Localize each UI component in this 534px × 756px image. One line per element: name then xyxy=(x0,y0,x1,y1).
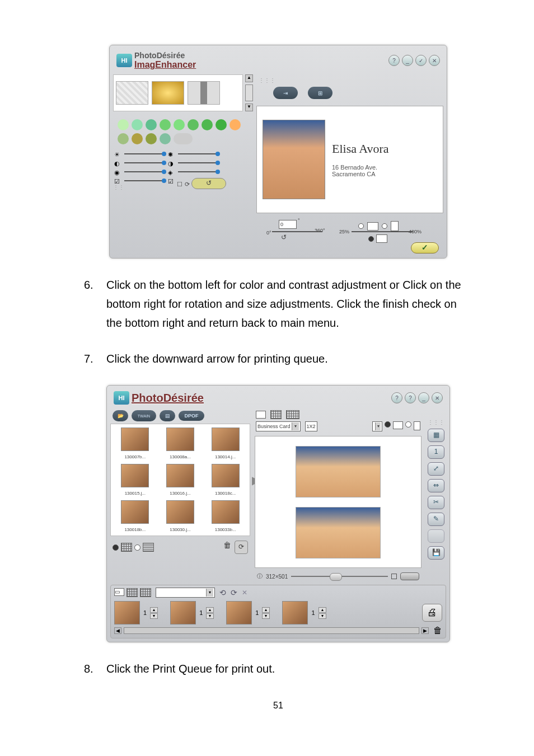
sharp2-slider[interactable] xyxy=(178,171,217,172)
template-thumb[interactable] xyxy=(188,81,220,105)
side-fit-button[interactable]: ⤢ xyxy=(428,462,444,476)
device-button[interactable]: ▤ xyxy=(160,410,175,421)
effect-dot[interactable] xyxy=(160,119,171,130)
print-button[interactable]: 🖨 xyxy=(422,604,442,622)
queue-item[interactable]: 1▴▾ xyxy=(170,601,214,624)
help2-button[interactable]: ? xyxy=(405,392,416,403)
rotate-dial-icon[interactable]: ↺ xyxy=(281,233,287,241)
view-list-radio[interactable] xyxy=(134,544,140,551)
thumbnail-item[interactable]: 130030.j... xyxy=(160,500,202,532)
layout-tab-icon[interactable] xyxy=(256,411,266,419)
zoom-slider[interactable] xyxy=(291,576,388,577)
orientation-landscape-radio[interactable] xyxy=(358,223,364,229)
queue-combo[interactable]: ▾ xyxy=(156,588,215,598)
open-button[interactable]: 📂 xyxy=(113,410,128,421)
effect-dot[interactable] xyxy=(229,119,241,130)
thumbnail-item[interactable]: 130033b... xyxy=(204,500,246,532)
minimize-button[interactable]: _ xyxy=(418,392,429,403)
template-thumb[interactable] xyxy=(116,81,148,105)
queue-scrollbar[interactable] xyxy=(124,627,419,634)
thumbnail-item[interactable]: 130008a... xyxy=(160,428,202,459)
queue-item[interactable]: 1▴▾ xyxy=(282,601,326,624)
effect-dot[interactable] xyxy=(216,119,227,130)
effect-dot[interactable] xyxy=(132,133,143,144)
sat-slider[interactable] xyxy=(124,180,163,181)
thumbnail-item[interactable]: 130014.j... xyxy=(204,428,246,459)
trash-button[interactable]: 🗑 xyxy=(223,541,231,554)
rotation-input[interactable]: 0 xyxy=(279,220,297,229)
undo-button[interactable]: ↺ xyxy=(191,178,226,189)
view-grid-radio[interactable] xyxy=(113,544,119,551)
brightness2-slider[interactable] xyxy=(178,153,217,154)
size-slider[interactable] xyxy=(352,231,413,232)
layout-radio[interactable] xyxy=(385,421,391,428)
help-button[interactable]: ? xyxy=(388,55,400,66)
queue-rotate-right-icon[interactable]: ⟳ xyxy=(231,588,237,597)
copies-stepper[interactable]: ▴▾ xyxy=(262,607,270,619)
thumbnail-item[interactable]: 130007b... xyxy=(114,428,156,459)
tab-single-icon[interactable]: ⇥ xyxy=(273,87,298,99)
effect-dot[interactable] xyxy=(202,119,213,130)
fit-button[interactable] xyxy=(400,572,419,580)
template-thumb[interactable] xyxy=(152,81,184,105)
queue-layout-grid-icon[interactable] xyxy=(127,588,138,597)
preview-slot[interactable] xyxy=(296,507,381,558)
preview-slot[interactable] xyxy=(296,446,381,497)
effect-dot[interactable] xyxy=(160,133,171,144)
brightness-slider[interactable] xyxy=(124,153,163,154)
combo-arrow-icon[interactable]: ▾ xyxy=(292,422,299,430)
thumbnail-item[interactable]: 130016.j... xyxy=(160,464,202,496)
side-fitw-button[interactable]: ⇔ xyxy=(428,479,444,492)
rotate-button[interactable]: ⟳ xyxy=(235,541,248,554)
thumbnail-item[interactable]: 130018b... xyxy=(114,500,156,532)
close-button[interactable]: ✕ xyxy=(429,55,440,66)
queue-rotate-left-icon[interactable]: ⟲ xyxy=(219,588,226,597)
thumbnail-item[interactable]: 130018c... xyxy=(204,464,246,496)
rotation-slider[interactable] xyxy=(272,231,322,232)
effect-dot[interactable] xyxy=(118,119,129,130)
side-edit-button[interactable]: ✎ xyxy=(428,513,444,526)
confirm-button[interactable]: ✓ xyxy=(415,55,427,66)
dpof-button[interactable]: DPOF xyxy=(179,411,204,421)
info-icon[interactable]: ⓘ xyxy=(257,572,263,580)
queue-layout-grid2-icon[interactable] xyxy=(140,588,151,597)
effect-dot[interactable] xyxy=(188,119,199,130)
layout-tab-icon[interactable] xyxy=(286,410,299,419)
copies-stepper[interactable]: ▴▾ xyxy=(150,607,158,619)
zoom-knob[interactable] xyxy=(330,573,342,581)
layout-tab-icon[interactable] xyxy=(270,410,282,419)
minimize-button[interactable]: _ xyxy=(402,55,413,66)
checkbox[interactable] xyxy=(391,574,397,579)
finish-button[interactable]: ✓ xyxy=(411,242,439,253)
queue-flip-icon[interactable]: ✕ xyxy=(242,589,247,597)
scroll-up-icon[interactable]: ▲ xyxy=(245,74,253,82)
scroll-down-icon[interactable]: ▼ xyxy=(245,104,253,111)
thumbnail-item[interactable]: 130015.j... xyxy=(114,464,156,496)
effect-dot[interactable] xyxy=(174,119,185,130)
queue-layout-single-icon[interactable]: ▭ xyxy=(114,588,124,596)
queue-item[interactable]: 1▴▾ xyxy=(226,601,270,624)
orientation-portrait-radio[interactable] xyxy=(382,223,387,229)
orientation-combo[interactable]: ▾ xyxy=(372,421,382,431)
queue-item[interactable]: 1▴▾ xyxy=(114,601,158,624)
copies-stepper[interactable]: ▴▾ xyxy=(318,607,326,619)
combo-arrow-icon[interactable]: ▾ xyxy=(206,589,213,597)
layout-radio[interactable] xyxy=(405,421,411,428)
help-button[interactable]: ? xyxy=(391,392,402,403)
fit-mode-radio[interactable] xyxy=(368,236,374,242)
effect-dot-edit[interactable] xyxy=(174,133,193,144)
queue-trash-button[interactable]: 🗑 xyxy=(433,626,442,636)
template-combo[interactable]: Business Card ▾ xyxy=(256,421,301,431)
effect-dot[interactable] xyxy=(118,133,129,144)
tab-contact-icon[interactable]: ⊞ xyxy=(308,87,332,99)
close-button[interactable]: ✕ xyxy=(432,392,443,403)
contrast2-slider[interactable] xyxy=(178,162,217,163)
effect-dot[interactable] xyxy=(146,119,157,130)
copies-stepper[interactable]: ▴▾ xyxy=(206,607,214,619)
contrast-slider[interactable] xyxy=(124,162,163,163)
effect-dot[interactable] xyxy=(146,133,157,144)
side-palette-button[interactable]: ▦ xyxy=(428,429,444,442)
sharp-slider[interactable] xyxy=(124,171,163,172)
queue-scroll-left[interactable]: ◀ xyxy=(114,627,121,634)
side-crop-button[interactable]: ✂ xyxy=(428,496,444,509)
